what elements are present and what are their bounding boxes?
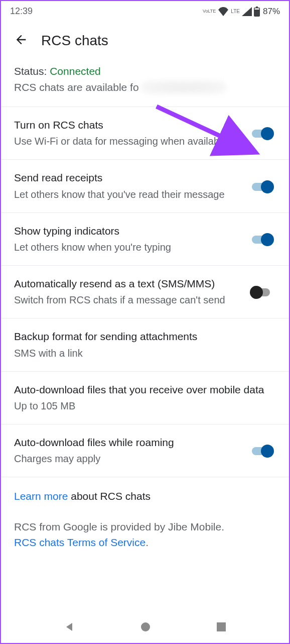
redacted-content: [141, 80, 226, 94]
row-turn-on-rcs[interactable]: Turn on RCS chats Use Wi-Fi or data for …: [1, 107, 289, 160]
circle-home-icon: [139, 621, 152, 633]
row-title: Show typing indicators: [14, 224, 242, 238]
nav-back-button[interactable]: [60, 618, 78, 637]
tos-link[interactable]: RCS chats Terms of Service: [14, 536, 146, 548]
svg-rect-2: [254, 8, 259, 10]
arrow-back-icon: [14, 33, 28, 47]
wifi-icon: [218, 7, 229, 16]
svg-rect-1: [256, 7, 258, 8]
provider-text: RCS from Google is provided by Jibe Mobi…: [14, 521, 224, 532]
svg-rect-5: [217, 622, 226, 631]
row-subtitle: Switch from RCS chats if a message can't…: [14, 293, 242, 307]
row-typing-indicators[interactable]: Show typing indicators Let others know w…: [1, 213, 289, 266]
row-auto-download-roaming[interactable]: Auto-download files while roaming Charge…: [1, 424, 289, 477]
triangle-back-icon: [63, 621, 75, 633]
row-subtitle: Let others know when you're typing: [14, 241, 242, 254]
row-subtitle: Use Wi-Fi or data for messaging when ava…: [14, 135, 242, 148]
row-backup-format[interactable]: Backup format for sending attachments SM…: [1, 318, 289, 371]
toggle-typing[interactable]: [252, 232, 276, 246]
footer-block: Learn more about RCS chats RCS from Goog…: [1, 477, 289, 565]
nav-home-button[interactable]: [136, 618, 155, 637]
rcs-status-line: Status: Connected: [14, 65, 276, 77]
page-title: RCS chats: [41, 33, 108, 49]
learn-more-link[interactable]: Learn more: [14, 490, 68, 502]
clock: 12:39: [10, 6, 33, 17]
app-bar: RCS chats: [1, 20, 289, 65]
nav-recent-button[interactable]: [213, 618, 230, 637]
row-subtitle: Charges may apply: [14, 452, 242, 466]
square-recent-icon: [216, 621, 227, 632]
toggle-rcs[interactable]: [252, 126, 276, 140]
navigation-bar: [1, 612, 289, 643]
volte-icon: VoLTE: [203, 9, 216, 14]
toggle-read-receipts[interactable]: [252, 179, 276, 193]
row-subtitle: Let others know that you've read their m…: [14, 188, 242, 201]
rcs-status-label: Status:: [14, 65, 50, 77]
row-subtitle: SMS with a link: [14, 347, 276, 360]
row-title: Automatically resend as a text (SMS/MMS): [14, 277, 242, 291]
svg-point-4: [141, 622, 150, 631]
row-subtitle: Up to 105 MB: [14, 399, 276, 413]
row-read-receipts[interactable]: Send read receipts Let others know that …: [1, 160, 289, 212]
battery-icon: [254, 7, 260, 17]
status-bar: 12:39 VoLTE LTE 87%: [1, 1, 289, 20]
row-title: Turn on RCS chats: [14, 118, 242, 132]
row-title: Auto-download files that you receive ove…: [14, 383, 276, 397]
row-title: Backup format for sending attachments: [14, 330, 276, 344]
rcs-status-subtitle: RCS chats are available fo: [14, 80, 276, 94]
row-title: Send read receipts: [14, 171, 242, 185]
row-title: Auto-download files while roaming: [14, 436, 242, 450]
toggle-roaming-download[interactable]: [252, 444, 276, 458]
row-auto-resend[interactable]: Automatically resend as a text (SMS/MMS)…: [1, 266, 289, 318]
about-text: about RCS chats: [68, 490, 151, 502]
signal-icon: [242, 7, 252, 16]
battery-percentage: 87%: [263, 7, 280, 17]
rcs-status-block: Status: Connected RCS chats are availabl…: [1, 65, 289, 107]
toggle-auto-resend[interactable]: [252, 285, 276, 299]
status-icons: VoLTE LTE 87%: [203, 7, 280, 17]
lte-label: LTE: [231, 9, 240, 14]
back-button[interactable]: [12, 31, 30, 50]
row-auto-download-data[interactable]: Auto-download files that you receive ove…: [1, 372, 289, 424]
rcs-status-value: Connected: [50, 65, 101, 77]
